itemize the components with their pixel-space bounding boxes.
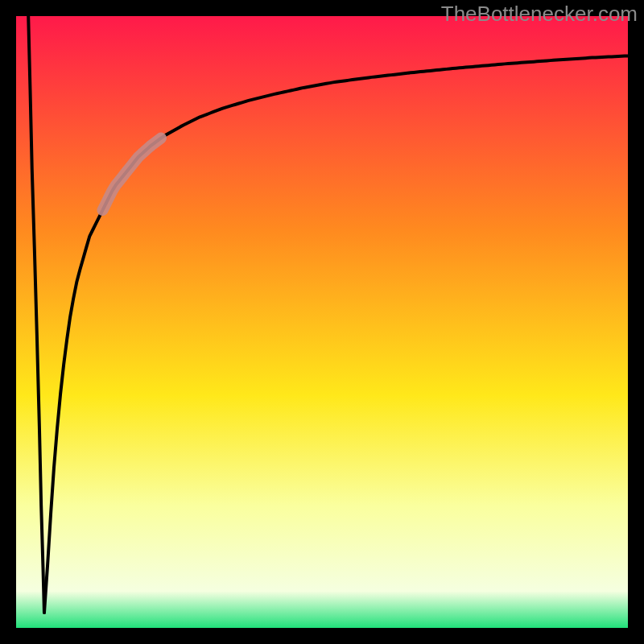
chart-container: TheBottlenecker.com — [0, 0, 644, 644]
bottleneck-chart — [0, 0, 644, 644]
chart-background-gradient — [16, 16, 628, 628]
watermark-text: TheBottlenecker.com — [441, 2, 638, 27]
